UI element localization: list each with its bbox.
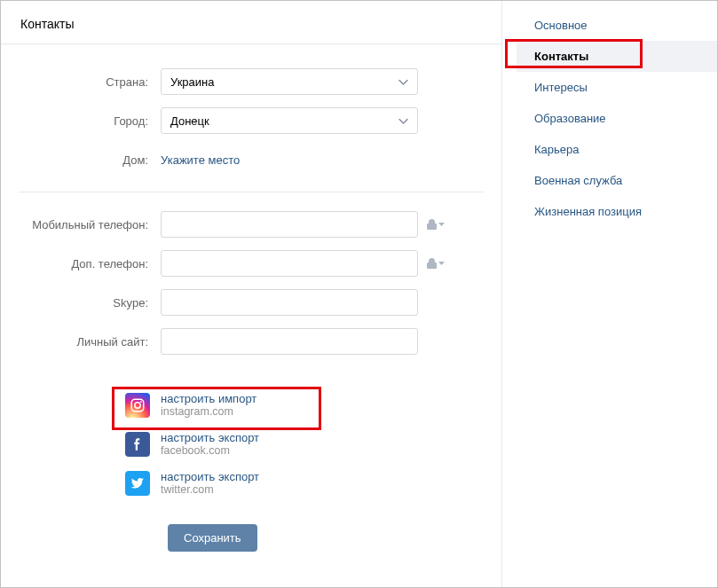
social-row-facebook: настроить экспорт facebook.com	[1, 425, 501, 464]
sidebar-item-main[interactable]: Основное	[517, 10, 717, 41]
instagram-domain: instagram.com	[161, 405, 256, 419]
mobile-input[interactable]	[161, 211, 418, 238]
chevron-down-icon	[438, 223, 445, 226]
social-row-instagram: настроить импорт instagram.com	[1, 386, 501, 425]
chevron-down-icon	[438, 262, 445, 265]
skype-label: Skype:	[1, 296, 161, 310]
page-title: Контакты	[20, 17, 484, 31]
sidebar-item-education[interactable]: Образование	[517, 103, 717, 134]
twitter-domain: twitter.com	[161, 483, 259, 497]
sidebar-item-military[interactable]: Военная служба	[517, 165, 717, 196]
sidebar-item-contacts[interactable]: Контакты	[517, 41, 717, 72]
twitter-icon	[125, 471, 150, 496]
svg-point-1	[135, 403, 140, 408]
divider	[19, 192, 484, 192]
city-label: Город:	[1, 114, 161, 128]
svg-point-2	[140, 401, 142, 403]
extra-phone-privacy-button[interactable]	[418, 258, 454, 270]
lock-icon	[427, 258, 437, 270]
chevron-down-icon	[398, 75, 408, 89]
instagram-link[interactable]: настроить импорт	[161, 392, 256, 405]
sidebar-item-life[interactable]: Жизненная позиция	[517, 196, 717, 227]
twitter-link[interactable]: настроить экспорт	[161, 470, 259, 483]
facebook-domain: facebook.com	[161, 444, 259, 458]
column-gap	[502, 1, 517, 587]
chevron-down-icon	[398, 114, 408, 128]
home-label: Дом:	[1, 153, 161, 167]
home-link[interactable]: Укажите место	[161, 153, 240, 167]
mobile-privacy-button[interactable]	[418, 219, 454, 231]
lock-icon	[427, 219, 437, 231]
instagram-icon	[125, 393, 150, 418]
panel-header: Контакты	[1, 1, 501, 44]
extra-phone-label: Доп. телефон:	[1, 257, 161, 270]
extra-phone-input[interactable]	[161, 250, 418, 277]
facebook-link[interactable]: настроить экспорт	[161, 431, 259, 444]
save-button[interactable]: Сохранить	[168, 524, 257, 552]
country-value: Украина	[170, 75, 215, 89]
svg-rect-0	[131, 399, 144, 412]
settings-sidebar: Основное Контакты Интересы Образование К…	[517, 1, 717, 587]
site-label: Личный сайт:	[1, 335, 161, 349]
mobile-label: Мобильный телефон:	[1, 218, 161, 231]
country-select[interactable]: Украина	[161, 68, 418, 95]
site-input[interactable]	[161, 328, 418, 355]
city-select[interactable]: Донецк	[161, 107, 418, 134]
sidebar-item-career[interactable]: Карьера	[517, 134, 717, 165]
settings-main-panel: Контакты Страна: Украина Город:	[1, 1, 502, 587]
city-value: Донецк	[170, 114, 209, 128]
sidebar-item-interests[interactable]: Интересы	[517, 72, 717, 103]
facebook-icon	[125, 432, 150, 457]
skype-input[interactable]	[161, 289, 418, 316]
social-row-twitter: настроить экспорт twitter.com	[1, 464, 501, 503]
country-label: Страна:	[1, 75, 161, 89]
